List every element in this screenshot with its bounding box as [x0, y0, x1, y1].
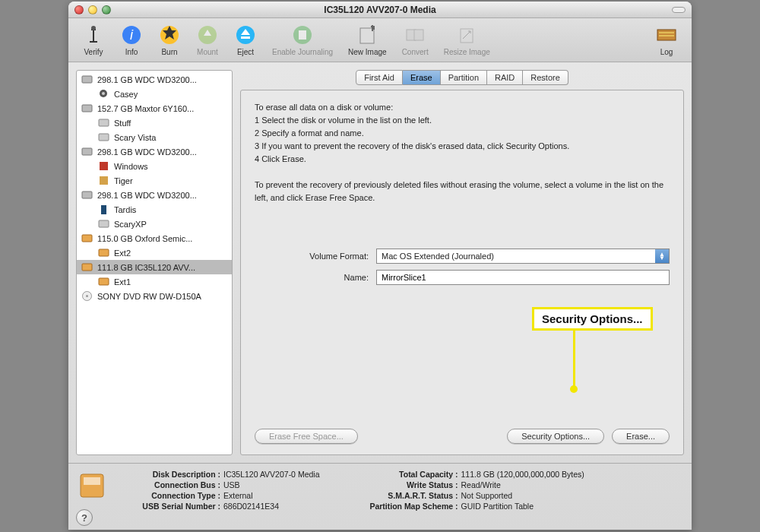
volume-row[interactable]: Stuff — [77, 116, 232, 130]
disk-row[interactable]: SONY DVD RW DW-D150A — [77, 289, 232, 303]
footer: Disk Description :IC35L120 AVV207-0 Medi… — [68, 463, 692, 530]
toolbar-burn[interactable]: Burn — [150, 22, 188, 58]
svg-rect-7 — [299, 30, 306, 40]
disk-row[interactable]: 115.0 GB Oxford Semic... — [77, 231, 232, 245]
volume-format-row: Volume Format: Mac OS Extended (Journale… — [255, 249, 670, 264]
tab-bar: First AidErasePartitionRAIDRestore — [240, 70, 684, 85]
volume-row[interactable]: ScaryXP — [77, 217, 232, 231]
footer-row: Write Status :Read/Write — [365, 480, 584, 489]
svg-rect-15 — [82, 76, 92, 83]
toolbar-verify[interactable]: Verify — [74, 22, 112, 58]
footer-row: Connection Bus :USB — [128, 480, 319, 489]
svg-rect-19 — [99, 119, 109, 126]
erase-free-space-button[interactable]: Erase Free Space... — [255, 429, 358, 444]
hdd-sm-icon — [98, 131, 109, 143]
security-options-button[interactable]: Security Options... — [507, 429, 604, 444]
window-title: IC35L120 AVV207-0 Media — [68, 5, 692, 15]
disk-utility-window: IC35L120 AVV207-0 Media VerifyiInfoBurnM… — [68, 2, 692, 530]
help-button[interactable]: ? — [76, 509, 93, 526]
footer-col-left: Disk Description :IC35L120 AVV207-0 Medi… — [128, 470, 319, 511]
footer-row: Total Capacity :111.8 GB (120,000,000,00… — [365, 470, 584, 479]
toolbar-enable-journaling: Enable Journaling — [264, 22, 340, 58]
body: 298.1 GB WDC WD3200...Casey152.7 GB Maxt… — [68, 62, 692, 463]
disk-row[interactable]: 298.1 GB WDC WD3200... — [77, 188, 232, 202]
win-icon — [98, 160, 109, 172]
svg-rect-24 — [82, 192, 92, 198]
titlebar: IC35L120 AVV207-0 Media — [68, 2, 692, 18]
svg-rect-20 — [99, 134, 109, 141]
erase-button[interactable]: Erase... — [612, 429, 670, 444]
hdd-icon — [81, 74, 93, 85]
footer-row: Connection Type :External — [128, 491, 319, 500]
hdd-icon — [81, 189, 93, 201]
volume-row[interactable]: Ext2 — [77, 245, 232, 260]
footer-row: S.M.A.R.T. Status :Not Supported — [365, 491, 584, 500]
microscope-icon — [82, 24, 105, 46]
resize-icon — [455, 24, 478, 46]
erase-panel: To erase all data on a disk or volume: 1… — [240, 90, 684, 455]
disk-row[interactable]: 298.1 GB WDC WD3200... — [77, 72, 232, 87]
toolbar-info[interactable]: iInfo — [112, 22, 150, 58]
disk-sidebar[interactable]: 298.1 GB WDC WD3200...Casey152.7 GB Maxt… — [76, 70, 233, 455]
mount-icon — [196, 24, 219, 46]
name-row: Name: — [255, 270, 670, 285]
eject-icon — [234, 24, 257, 46]
svg-point-32 — [86, 295, 88, 297]
tab-erase[interactable]: Erase — [403, 70, 441, 85]
instructions-intro: To erase all data on a disk or volume: — [255, 101, 670, 114]
instruction-step: 3 If you want to prevent the recovery of… — [255, 140, 670, 153]
svg-rect-10 — [414, 30, 423, 40]
hdd-sm-icon — [98, 218, 109, 230]
instructions: To erase all data on a disk or volume: 1… — [255, 101, 670, 204]
button-row: Erase Free Space... Security Options... … — [255, 413, 670, 444]
svg-rect-26 — [99, 220, 109, 227]
toolbar-eject[interactable]: Eject — [226, 22, 264, 58]
volume-row[interactable]: Tardis — [77, 202, 232, 217]
disk-row[interactable]: 152.7 GB Maxtor 6Y160... — [77, 101, 232, 116]
toolbar: VerifyiInfoBurnMountEjectEnable Journali… — [68, 18, 692, 62]
svg-point-0 — [91, 26, 96, 30]
volume-row[interactable]: Tiger — [77, 173, 232, 188]
volume-row[interactable]: Ext1 — [77, 274, 232, 289]
svg-rect-34 — [84, 477, 100, 485]
footer-row: USB Serial Number :686D02141E34 — [128, 502, 319, 511]
toolbar-log[interactable]: Log — [648, 22, 686, 58]
toolbar-resize-image: Resize Image — [436, 22, 498, 58]
svg-rect-28 — [99, 249, 109, 256]
main-panel: First AidErasePartitionRAIDRestore To er… — [240, 70, 684, 455]
svg-rect-27 — [82, 235, 92, 242]
instruction-step: 2 Specify a format and name. — [255, 127, 670, 140]
svg-rect-23 — [100, 176, 108, 185]
callout-security-options: Security Options... — [532, 307, 653, 331]
info-icon: i — [120, 24, 143, 46]
tab-raid[interactable]: RAID — [487, 70, 523, 85]
tab-first-aid[interactable]: First Aid — [356, 70, 403, 85]
volume-format-value: Mac OS Extended (Journaled) — [382, 252, 494, 261]
footer-col-right: Total Capacity :111.8 GB (120,000,000,00… — [365, 470, 584, 511]
volume-format-select[interactable]: Mac OS Extended (Journaled) ▲▼ — [376, 249, 670, 264]
journal-icon — [291, 24, 314, 46]
hdd-icon — [81, 146, 93, 157]
svg-rect-29 — [82, 264, 92, 271]
volume-row[interactable]: Scary Vista — [77, 130, 232, 144]
callout-line — [573, 328, 575, 388]
tab-partition[interactable]: Partition — [441, 70, 487, 85]
gear-icon — [98, 88, 109, 100]
footer-row: Disk Description :IC35L120 AVV207-0 Medi… — [128, 470, 319, 479]
volume-row[interactable]: Windows — [77, 159, 232, 173]
svg-rect-30 — [99, 278, 109, 285]
name-input[interactable] — [376, 270, 670, 285]
callout-dot — [570, 385, 578, 393]
name-label: Name: — [255, 273, 376, 282]
disk-row[interactable]: 298.1 GB WDC WD3200... — [77, 144, 232, 159]
volume-row[interactable]: Casey — [77, 87, 232, 101]
convert-icon — [404, 24, 426, 46]
burn-icon — [158, 24, 181, 46]
tab-restore[interactable]: Restore — [523, 70, 568, 85]
disk-row[interactable]: 111.8 GB IC35L120 AVV... — [77, 260, 232, 274]
toolbar-new-image[interactable]: New Image — [340, 22, 394, 58]
svg-rect-11 — [461, 29, 473, 43]
ext-sm-icon — [98, 247, 109, 258]
hdd-icon — [81, 103, 93, 114]
toolbar-mount: Mount — [188, 22, 226, 58]
